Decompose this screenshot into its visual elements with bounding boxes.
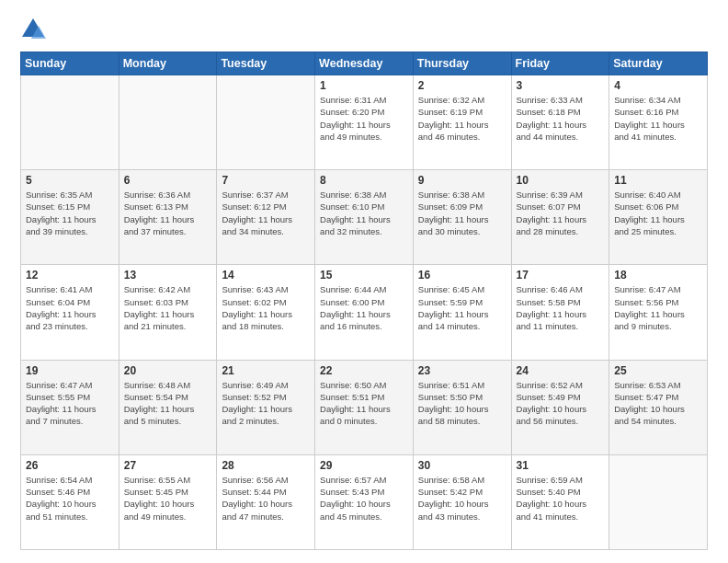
day-number: 1 xyxy=(320,79,408,92)
day-info: Sunrise: 6:37 AM Sunset: 6:12 PM Dayligh… xyxy=(222,189,310,237)
calendar-cell: 30Sunrise: 6:58 AM Sunset: 5:42 PM Dayli… xyxy=(413,454,511,549)
weekday-header-thursday: Thursday xyxy=(413,52,511,75)
calendar-cell: 5Sunrise: 6:35 AM Sunset: 6:15 PM Daylig… xyxy=(21,170,119,265)
weekday-header-tuesday: Tuesday xyxy=(217,52,315,75)
calendar-cell xyxy=(217,75,315,170)
day-info: Sunrise: 6:46 AM Sunset: 5:58 PM Dayligh… xyxy=(517,283,605,332)
calendar-cell: 15Sunrise: 6:44 AM Sunset: 6:00 PM Dayli… xyxy=(315,265,414,360)
calendar-cell: 11Sunrise: 6:40 AM Sunset: 6:06 PM Dayli… xyxy=(609,170,708,265)
calendar-cell: 29Sunrise: 6:57 AM Sunset: 5:43 PM Dayli… xyxy=(315,454,414,549)
day-info: Sunrise: 6:33 AM Sunset: 6:18 PM Dayligh… xyxy=(517,94,605,143)
day-number: 10 xyxy=(517,174,605,187)
day-info: Sunrise: 6:45 AM Sunset: 5:59 PM Dayligh… xyxy=(418,283,506,332)
day-number: 5 xyxy=(26,174,114,187)
day-info: Sunrise: 6:47 AM Sunset: 5:56 PM Dayligh… xyxy=(614,283,702,332)
week-row-0: 1Sunrise: 6:31 AM Sunset: 6:20 PM Daylig… xyxy=(21,75,708,170)
day-info: Sunrise: 6:47 AM Sunset: 5:55 PM Dayligh… xyxy=(26,379,114,428)
day-number: 4 xyxy=(614,79,702,92)
day-info: Sunrise: 6:53 AM Sunset: 5:47 PM Dayligh… xyxy=(614,379,702,428)
day-info: Sunrise: 6:51 AM Sunset: 5:50 PM Dayligh… xyxy=(418,379,506,428)
day-number: 23 xyxy=(418,364,506,377)
week-row-2: 12Sunrise: 6:41 AM Sunset: 6:04 PM Dayli… xyxy=(21,265,708,360)
week-row-1: 5Sunrise: 6:35 AM Sunset: 6:15 PM Daylig… xyxy=(21,170,708,265)
calendar-cell xyxy=(119,75,217,170)
day-number: 3 xyxy=(517,79,605,92)
weekday-header-monday: Monday xyxy=(119,52,217,75)
calendar-cell: 22Sunrise: 6:50 AM Sunset: 5:51 PM Dayli… xyxy=(315,360,414,454)
calendar-cell: 18Sunrise: 6:47 AM Sunset: 5:56 PM Dayli… xyxy=(609,265,708,360)
weekday-header-saturday: Saturday xyxy=(609,52,708,75)
week-row-3: 19Sunrise: 6:47 AM Sunset: 5:55 PM Dayli… xyxy=(21,360,708,454)
calendar-cell: 20Sunrise: 6:48 AM Sunset: 5:54 PM Dayli… xyxy=(119,360,217,454)
page: SundayMondayTuesdayWednesdayThursdayFrid… xyxy=(0,0,728,563)
day-number: 13 xyxy=(124,269,212,282)
calendar-cell: 13Sunrise: 6:42 AM Sunset: 6:03 PM Dayli… xyxy=(119,265,217,360)
weekday-header-friday: Friday xyxy=(511,52,609,75)
calendar-cell: 3Sunrise: 6:33 AM Sunset: 6:18 PM Daylig… xyxy=(511,75,609,170)
calendar-cell: 7Sunrise: 6:37 AM Sunset: 6:12 PM Daylig… xyxy=(217,170,315,265)
day-info: Sunrise: 6:36 AM Sunset: 6:13 PM Dayligh… xyxy=(124,189,212,237)
calendar-cell: 23Sunrise: 6:51 AM Sunset: 5:50 PM Dayli… xyxy=(413,360,511,454)
day-info: Sunrise: 6:39 AM Sunset: 6:07 PM Dayligh… xyxy=(517,189,605,237)
day-info: Sunrise: 6:35 AM Sunset: 6:15 PM Dayligh… xyxy=(26,189,114,237)
day-number: 15 xyxy=(320,269,408,282)
weekday-header-wednesday: Wednesday xyxy=(315,52,414,75)
calendar-cell: 6Sunrise: 6:36 AM Sunset: 6:13 PM Daylig… xyxy=(119,170,217,265)
calendar-cell xyxy=(21,75,119,170)
calendar-cell: 10Sunrise: 6:39 AM Sunset: 6:07 PM Dayli… xyxy=(511,170,609,265)
weekday-header-sunday: Sunday xyxy=(21,52,119,75)
day-number: 28 xyxy=(222,459,310,472)
week-row-4: 26Sunrise: 6:54 AM Sunset: 5:46 PM Dayli… xyxy=(21,454,708,549)
calendar-cell: 1Sunrise: 6:31 AM Sunset: 6:20 PM Daylig… xyxy=(315,75,414,170)
day-number: 24 xyxy=(517,364,605,377)
day-number: 7 xyxy=(222,174,310,187)
day-number: 31 xyxy=(517,459,605,472)
day-number: 6 xyxy=(124,174,212,187)
day-info: Sunrise: 6:32 AM Sunset: 6:19 PM Dayligh… xyxy=(418,94,506,143)
day-number: 21 xyxy=(222,364,310,377)
day-number: 2 xyxy=(418,79,506,92)
calendar-cell: 2Sunrise: 6:32 AM Sunset: 6:19 PM Daylig… xyxy=(413,75,511,170)
day-number: 19 xyxy=(26,364,114,377)
calendar-cell: 16Sunrise: 6:45 AM Sunset: 5:59 PM Dayli… xyxy=(413,265,511,360)
day-info: Sunrise: 6:59 AM Sunset: 5:40 PM Dayligh… xyxy=(517,474,605,523)
header xyxy=(20,17,708,42)
day-info: Sunrise: 6:49 AM Sunset: 5:52 PM Dayligh… xyxy=(222,379,310,428)
day-number: 11 xyxy=(614,174,702,187)
day-number: 8 xyxy=(320,174,408,187)
day-number: 18 xyxy=(614,269,702,282)
day-number: 22 xyxy=(320,364,408,377)
calendar-cell: 4Sunrise: 6:34 AM Sunset: 6:16 PM Daylig… xyxy=(609,75,708,170)
calendar-cell: 28Sunrise: 6:56 AM Sunset: 5:44 PM Dayli… xyxy=(217,454,315,549)
calendar-cell: 8Sunrise: 6:38 AM Sunset: 6:10 PM Daylig… xyxy=(315,170,414,265)
day-info: Sunrise: 6:40 AM Sunset: 6:06 PM Dayligh… xyxy=(614,189,702,237)
calendar-cell: 12Sunrise: 6:41 AM Sunset: 6:04 PM Dayli… xyxy=(21,265,119,360)
weekday-header-row: SundayMondayTuesdayWednesdayThursdayFrid… xyxy=(21,52,708,75)
day-number: 14 xyxy=(222,269,310,282)
calendar-cell: 25Sunrise: 6:53 AM Sunset: 5:47 PM Dayli… xyxy=(609,360,708,454)
day-info: Sunrise: 6:48 AM Sunset: 5:54 PM Dayligh… xyxy=(124,379,212,428)
day-info: Sunrise: 6:44 AM Sunset: 6:00 PM Dayligh… xyxy=(320,283,408,332)
calendar-cell xyxy=(609,454,708,549)
day-info: Sunrise: 6:56 AM Sunset: 5:44 PM Dayligh… xyxy=(222,474,310,523)
day-info: Sunrise: 6:42 AM Sunset: 6:03 PM Dayligh… xyxy=(124,283,212,332)
calendar-cell: 27Sunrise: 6:55 AM Sunset: 5:45 PM Dayli… xyxy=(119,454,217,549)
day-number: 30 xyxy=(418,459,506,472)
calendar-cell: 14Sunrise: 6:43 AM Sunset: 6:02 PM Dayli… xyxy=(217,265,315,360)
day-number: 20 xyxy=(124,364,212,377)
calendar-cell: 19Sunrise: 6:47 AM Sunset: 5:55 PM Dayli… xyxy=(21,360,119,454)
day-info: Sunrise: 6:43 AM Sunset: 6:02 PM Dayligh… xyxy=(222,283,310,332)
day-number: 27 xyxy=(124,459,212,472)
calendar: SundayMondayTuesdayWednesdayThursdayFrid… xyxy=(20,52,708,550)
day-number: 12 xyxy=(26,269,114,282)
day-info: Sunrise: 6:58 AM Sunset: 5:42 PM Dayligh… xyxy=(418,474,506,523)
day-number: 16 xyxy=(418,269,506,282)
calendar-cell: 24Sunrise: 6:52 AM Sunset: 5:49 PM Dayli… xyxy=(511,360,609,454)
day-info: Sunrise: 6:34 AM Sunset: 6:16 PM Dayligh… xyxy=(614,94,702,143)
day-info: Sunrise: 6:38 AM Sunset: 6:10 PM Dayligh… xyxy=(320,189,408,237)
calendar-cell: 31Sunrise: 6:59 AM Sunset: 5:40 PM Dayli… xyxy=(511,454,609,549)
day-info: Sunrise: 6:54 AM Sunset: 5:46 PM Dayligh… xyxy=(26,474,114,523)
calendar-cell: 17Sunrise: 6:46 AM Sunset: 5:58 PM Dayli… xyxy=(511,265,609,360)
calendar-cell: 21Sunrise: 6:49 AM Sunset: 5:52 PM Dayli… xyxy=(217,360,315,454)
calendar-cell: 26Sunrise: 6:54 AM Sunset: 5:46 PM Dayli… xyxy=(21,454,119,549)
